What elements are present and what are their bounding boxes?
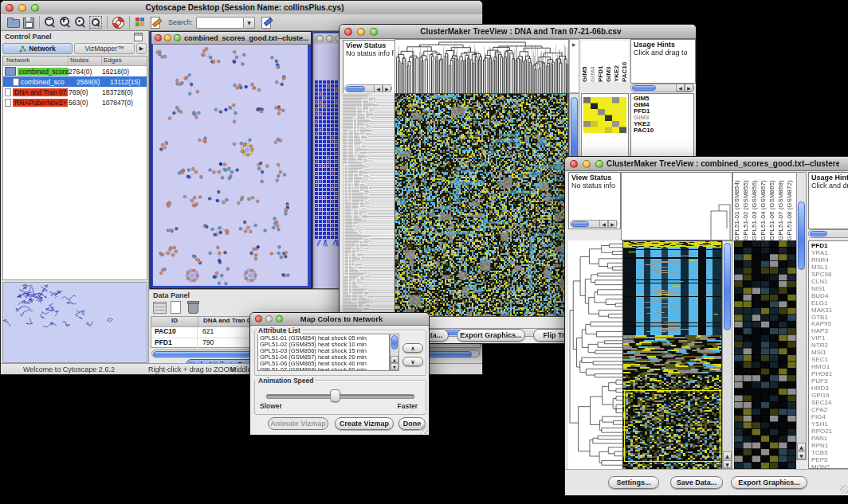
tv2-export-graphics-button[interactable]: Export Graphics... bbox=[731, 476, 807, 489]
tv1-status-hscrollbar[interactable]: ◀ ▶ bbox=[344, 84, 392, 92]
zoom-fit-icon[interactable] bbox=[89, 16, 103, 29]
search-label: Search: bbox=[168, 18, 193, 26]
tv2-bottom-bar: Settings... Save Data... Export Graphics… bbox=[565, 469, 848, 495]
network-canvas[interactable] bbox=[153, 45, 308, 286]
tv1-row-dendrogram[interactable] bbox=[343, 93, 395, 315]
tv1-export-graphics-button[interactable]: Export Graphics... bbox=[457, 329, 525, 342]
minimize-icon[interactable] bbox=[357, 28, 365, 36]
slider-thumb[interactable] bbox=[330, 389, 340, 402]
column-label: GIM4 bbox=[589, 41, 597, 82]
new-attribute-icon[interactable] bbox=[171, 301, 181, 314]
zoom-in-icon[interactable] bbox=[59, 16, 73, 29]
attribute-list-label: Attribute List bbox=[257, 326, 302, 334]
tv1-label-hscrollbar[interactable]: ◀ ▶ bbox=[630, 84, 694, 92]
network-row-combined-scores[interactable]: combined_scores 2764(0) 16218(0) bbox=[3, 66, 147, 76]
zoom-window-icon[interactable] bbox=[31, 4, 39, 12]
slower-label: Slower bbox=[260, 402, 282, 410]
tv2-column-dendrogram[interactable] bbox=[621, 172, 732, 240]
network-view-window[interactable]: combined_scores_good.txt--cluste... bbox=[151, 31, 312, 289]
tv2-status-hscrollbar[interactable]: ◀ ▶ bbox=[570, 220, 618, 228]
col-nodes[interactable]: Nodes bbox=[69, 57, 102, 65]
tv1-column-dendrogram[interactable] bbox=[395, 39, 569, 95]
tv2-global-heatmap[interactable] bbox=[622, 240, 722, 471]
network-row-combined-sco-selected[interactable]: combined_sco 2569(6) 13112(15) bbox=[3, 76, 147, 87]
network-row-dna-tran[interactable]: DNA and Tran 07 769(0) 183728(0) bbox=[3, 87, 147, 97]
column-label: GPL51-06 (GSM865) bbox=[768, 173, 777, 240]
close-icon[interactable] bbox=[155, 34, 162, 41]
table-grid-icon[interactable] bbox=[153, 302, 167, 314]
attribute-list-vscrollbar[interactable]: ▲ ▼ bbox=[390, 334, 399, 371]
gene-label[interactable]: PAC10 bbox=[634, 127, 693, 134]
minimize-icon[interactable] bbox=[265, 315, 273, 322]
dialog-title: Map Colors to Network bbox=[283, 315, 400, 323]
close-icon[interactable] bbox=[570, 160, 578, 168]
tv1-usage-hints: Usage Hints Click and drag to bbox=[630, 39, 696, 84]
dialog-titlebar[interactable]: Map Colors to Network bbox=[250, 313, 429, 326]
network-view-title: combined_scores_good.txt--cluste... bbox=[181, 34, 311, 42]
close-icon[interactable] bbox=[6, 4, 14, 12]
tv2-heatmap-vscrollbar[interactable]: ▲ ▼ bbox=[722, 240, 732, 469]
resize-grip[interactable] bbox=[419, 425, 428, 434]
close-icon[interactable] bbox=[316, 35, 324, 42]
column-label: PFD1 bbox=[597, 41, 605, 82]
column-label: GIM5 bbox=[581, 41, 589, 82]
col-edges[interactable]: Edges bbox=[102, 57, 147, 65]
network-row-rnapuber[interactable]: RNAPuberNov2+ 563(0) 107847(0) bbox=[3, 97, 147, 107]
open-session-icon[interactable] bbox=[6, 16, 20, 29]
zoom-out-icon[interactable] bbox=[44, 16, 57, 29]
vizmap-grid-icon[interactable] bbox=[134, 16, 147, 29]
tv2-zoom-heatmap[interactable] bbox=[734, 240, 796, 469]
zoom-window-icon[interactable] bbox=[595, 160, 603, 168]
tv2-row-dendrogram[interactable] bbox=[568, 240, 622, 469]
tv2-save-data-button[interactable]: Save Data... bbox=[670, 476, 723, 489]
minimize-icon[interactable] bbox=[18, 4, 26, 12]
minimize-icon[interactable] bbox=[583, 160, 591, 168]
treeview-window-combined: ClusterMaker TreeView : combined_scores_… bbox=[564, 156, 848, 496]
zoom-selected-icon[interactable] bbox=[74, 16, 88, 29]
main-titlebar[interactable]: Cytoscape Desktop (Session Name: collins… bbox=[1, 1, 482, 15]
folder-icon bbox=[5, 67, 16, 76]
help-ring-icon[interactable] bbox=[112, 16, 125, 29]
col-network[interactable]: Network bbox=[3, 57, 69, 65]
tv2-label-hscrollbar[interactable] bbox=[808, 229, 848, 238]
move-down-button[interactable]: ∨ bbox=[402, 357, 423, 366]
tv2-settings-button[interactable]: Settings... bbox=[608, 476, 659, 489]
save-session-icon[interactable] bbox=[22, 16, 35, 29]
tv1-titlebar[interactable]: ClusterMaker TreeView : DNA and Tran 07-… bbox=[340, 25, 696, 39]
tv1-zoom-matrix[interactable] bbox=[583, 97, 626, 133]
tv2-titlebar[interactable]: ClusterMaker TreeView : combined_scores_… bbox=[565, 157, 848, 171]
tab-vizmapper[interactable]: VizMapper™ bbox=[74, 43, 135, 54]
minimize-icon[interactable] bbox=[326, 35, 333, 42]
tab-network[interactable]: Network bbox=[2, 43, 73, 54]
attribute-editor-icon[interactable] bbox=[260, 16, 273, 29]
window-title: Cytoscape Desktop (Session Name: collins… bbox=[39, 3, 450, 12]
delete-attribute-icon[interactable] bbox=[187, 300, 198, 312]
close-icon[interactable] bbox=[344, 28, 352, 36]
animation-speed-slider[interactable] bbox=[266, 394, 414, 399]
search-dropdown-button[interactable]: ▼ bbox=[244, 17, 255, 29]
tv1-view-status: View Status No status info f ◀ ▶ bbox=[343, 40, 395, 94]
animate-vizmap-button[interactable]: Animate Vizmap bbox=[268, 417, 328, 430]
create-vizmap-button[interactable]: Create Vizmap bbox=[335, 417, 394, 430]
data-panel-title: Data Panel bbox=[153, 291, 190, 299]
annotation-icon[interactable] bbox=[149, 16, 163, 29]
search-input[interactable] bbox=[196, 17, 244, 29]
tv2-gene-list: PFD1YRA1RNR4MSL1SPC98CLN1NIS1BUD4ELG1MAK… bbox=[808, 240, 848, 469]
animation-speed-label: Animation Speed bbox=[257, 377, 315, 385]
close-icon[interactable] bbox=[255, 315, 262, 322]
float-panel-icon[interactable] bbox=[134, 33, 143, 41]
network-file-icon bbox=[13, 78, 19, 86]
move-up-button[interactable]: ∧ bbox=[402, 343, 423, 353]
tv1-global-heatmap[interactable] bbox=[395, 93, 569, 317]
tv1-corner-strip: ▶ bbox=[569, 39, 579, 93]
zoom-window-icon[interactable] bbox=[174, 34, 181, 41]
zoom-window-icon[interactable] bbox=[276, 315, 283, 322]
minimize-icon[interactable] bbox=[164, 34, 171, 41]
network-overview-thumbnail[interactable] bbox=[2, 282, 147, 363]
col-id[interactable]: ID bbox=[151, 317, 198, 326]
tv2-zoom-vscrollbar[interactable]: ▲ ▼ bbox=[796, 172, 807, 460]
zoom-window-icon[interactable] bbox=[370, 28, 378, 36]
resize-grip[interactable] bbox=[840, 485, 848, 494]
tab-overflow-arrow[interactable]: ▶ bbox=[136, 43, 147, 54]
attribute-list-item[interactable]: GPL51-07 (GSM868) heat shock 60 min bbox=[260, 367, 389, 371]
